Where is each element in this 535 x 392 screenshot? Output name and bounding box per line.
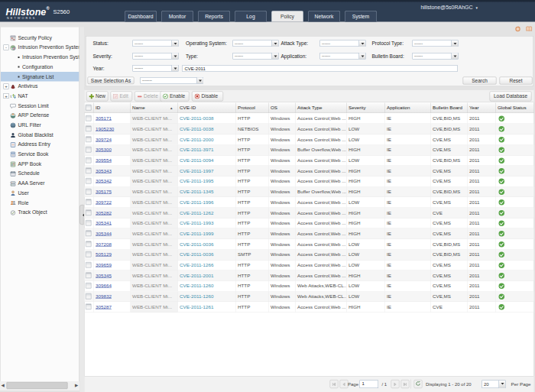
svg-text:t: t xyxy=(11,94,12,99)
